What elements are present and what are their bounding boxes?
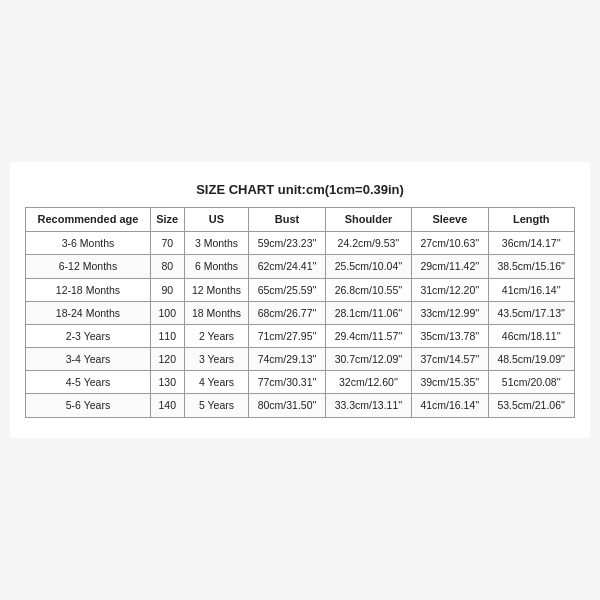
table-row: 4-5 Years1304 Years77cm/30.31''32cm/12.6… — [26, 371, 575, 394]
table-cell: 2-3 Years — [26, 324, 151, 347]
table-row: 2-3 Years1102 Years71cm/27.95''29.4cm/11… — [26, 324, 575, 347]
table-cell: 46cm/18.11'' — [488, 324, 575, 347]
table-cell: 25.5cm/10.04'' — [325, 255, 411, 278]
table-cell: 6-12 Months — [26, 255, 151, 278]
table-cell: 6 Months — [184, 255, 249, 278]
table-cell: 33.3cm/13.11'' — [325, 394, 411, 417]
table-cell: 3 Months — [184, 232, 249, 255]
table-cell: 71cm/27.95'' — [249, 324, 325, 347]
table-cell: 80cm/31.50'' — [249, 394, 325, 417]
table-cell: 70 — [150, 232, 184, 255]
size-chart-container: SIZE CHART unit:cm(1cm=0.39in) Recommend… — [10, 162, 590, 437]
table-cell: 12-18 Months — [26, 278, 151, 301]
column-header: Sleeve — [412, 208, 488, 232]
table-cell: 77cm/30.31'' — [249, 371, 325, 394]
table-cell: 53.5cm/21.06'' — [488, 394, 575, 417]
table-cell: 27cm/10.63'' — [412, 232, 488, 255]
table-cell: 35cm/13.78'' — [412, 324, 488, 347]
table-cell: 29.4cm/11.57'' — [325, 324, 411, 347]
table-cell: 38.5cm/15.16'' — [488, 255, 575, 278]
table-cell: 5-6 Years — [26, 394, 151, 417]
table-cell: 29cm/11.42'' — [412, 255, 488, 278]
table-cell: 41cm/16.14'' — [412, 394, 488, 417]
table-cell: 41cm/16.14'' — [488, 278, 575, 301]
table-cell: 28.1cm/11.06'' — [325, 301, 411, 324]
table-header-row: Recommended ageSizeUSBustShoulderSleeveL… — [26, 208, 575, 232]
table-cell: 33cm/12.99'' — [412, 301, 488, 324]
table-cell: 4 Years — [184, 371, 249, 394]
chart-title: SIZE CHART unit:cm(1cm=0.39in) — [25, 182, 575, 197]
table-row: 3-4 Years1203 Years74cm/29.13''30.7cm/12… — [26, 348, 575, 371]
table-cell: 3-4 Years — [26, 348, 151, 371]
table-row: 3-6 Months703 Months59cm/23.23''24.2cm/9… — [26, 232, 575, 255]
table-cell: 62cm/24.41'' — [249, 255, 325, 278]
table-cell: 48.5cm/19.09'' — [488, 348, 575, 371]
table-cell: 24.2cm/9.53'' — [325, 232, 411, 255]
table-cell: 68cm/26.77'' — [249, 301, 325, 324]
size-table: Recommended ageSizeUSBustShoulderSleeveL… — [25, 207, 575, 417]
table-cell: 43.5cm/17.13'' — [488, 301, 575, 324]
table-cell: 59cm/23.23'' — [249, 232, 325, 255]
table-cell: 31cm/12.20'' — [412, 278, 488, 301]
table-cell: 74cm/29.13'' — [249, 348, 325, 371]
table-cell: 18 Months — [184, 301, 249, 324]
table-cell: 51cm/20.08'' — [488, 371, 575, 394]
table-cell: 18-24 Months — [26, 301, 151, 324]
table-row: 12-18 Months9012 Months65cm/25.59''26.8c… — [26, 278, 575, 301]
table-cell: 2 Years — [184, 324, 249, 347]
table-cell: 12 Months — [184, 278, 249, 301]
column-header: Length — [488, 208, 575, 232]
table-cell: 36cm/14.17'' — [488, 232, 575, 255]
table-cell: 3 Years — [184, 348, 249, 371]
table-cell: 100 — [150, 301, 184, 324]
table-cell: 26.8cm/10.55'' — [325, 278, 411, 301]
column-header: Shoulder — [325, 208, 411, 232]
table-row: 5-6 Years1405 Years80cm/31.50''33.3cm/13… — [26, 394, 575, 417]
table-cell: 140 — [150, 394, 184, 417]
table-cell: 4-5 Years — [26, 371, 151, 394]
table-cell: 110 — [150, 324, 184, 347]
table-cell: 30.7cm/12.09'' — [325, 348, 411, 371]
column-header: Bust — [249, 208, 325, 232]
column-header: Size — [150, 208, 184, 232]
table-cell: 37cm/14.57'' — [412, 348, 488, 371]
table-cell: 120 — [150, 348, 184, 371]
table-cell: 3-6 Months — [26, 232, 151, 255]
table-cell: 65cm/25.59'' — [249, 278, 325, 301]
column-header: US — [184, 208, 249, 232]
table-row: 6-12 Months806 Months62cm/24.41''25.5cm/… — [26, 255, 575, 278]
table-cell: 130 — [150, 371, 184, 394]
column-header: Recommended age — [26, 208, 151, 232]
table-cell: 39cm/15.35'' — [412, 371, 488, 394]
table-row: 18-24 Months10018 Months68cm/26.77''28.1… — [26, 301, 575, 324]
table-cell: 5 Years — [184, 394, 249, 417]
table-cell: 80 — [150, 255, 184, 278]
table-cell: 32cm/12.60'' — [325, 371, 411, 394]
table-cell: 90 — [150, 278, 184, 301]
